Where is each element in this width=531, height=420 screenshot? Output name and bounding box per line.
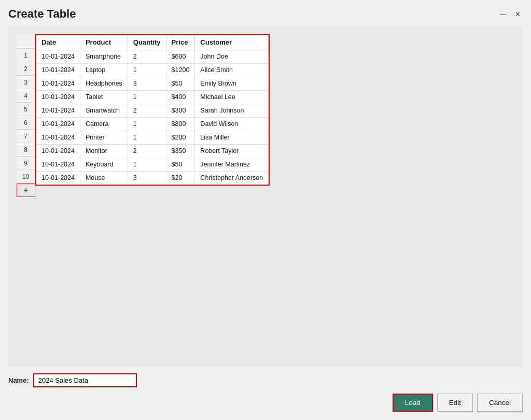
row-number-8: 8 (17, 143, 35, 157)
cell-row9-col2: Keyboard (80, 158, 128, 171)
cell-row3-col2: Headphones (80, 77, 128, 90)
table-body: 10-01-2024Smartphone2$600John Doe10-01-2… (36, 50, 269, 185)
cell-row4-col5: Michael Lee (195, 90, 269, 104)
data-table: DateProductQuantityPriceCustomer 10-01-2… (36, 35, 269, 185)
cell-row9-col3: 1 (128, 158, 166, 171)
cancel-button[interactable]: Cancel (477, 394, 523, 412)
edit-button[interactable]: Edit (437, 394, 473, 412)
load-button[interactable]: Load (393, 394, 433, 412)
table-row: 10-01-2024Monitor2$350Robert Taylor (36, 144, 269, 158)
cell-row2-col5: Alice Smith (195, 63, 269, 77)
cell-row4-col4: $400 (166, 90, 195, 104)
cell-row6-col2: Camera (80, 117, 128, 131)
create-table-dialog: Create Table — ✕ 12345678910 + DateProdu… (0, 0, 531, 420)
table-row: 10-01-2024Camera1$800David Wilson (36, 117, 269, 131)
cell-row5-col4: $300 (166, 104, 195, 117)
cell-row6-col5: David Wilson (195, 117, 269, 131)
cell-row5-col5: Sarah Johnson (195, 104, 269, 117)
cell-row9-col1: 10-01-2024 (36, 158, 80, 171)
cell-row7-col2: Printer (80, 131, 128, 144)
column-header-customer: Customer (195, 35, 269, 50)
column-header-date: Date (36, 35, 80, 50)
cell-row4-col2: Tablet (80, 90, 128, 104)
cell-row1-col2: Smartphone (80, 50, 128, 63)
window-controls: — ✕ (498, 9, 523, 19)
cell-row5-col1: 10-01-2024 (36, 104, 80, 117)
data-table-container: DateProductQuantityPriceCustomer 10-01-2… (35, 34, 270, 186)
cell-row2-col1: 10-01-2024 (36, 63, 80, 77)
column-header-price: Price (166, 35, 195, 50)
cell-row6-col3: 1 (128, 117, 166, 131)
table-wrapper: 12345678910 + DateProductQuantityPriceCu… (17, 34, 514, 197)
close-button[interactable]: ✕ (512, 9, 523, 19)
cell-row1-col3: 2 (128, 50, 166, 63)
name-row: Name: (8, 373, 523, 387)
row-number-6: 6 (17, 116, 35, 130)
table-row: 10-01-2024Smartwatch2$300Sarah Johnson (36, 104, 269, 117)
cell-row3-col4: $50 (166, 77, 195, 90)
cell-row7-col5: Lisa Miller (195, 131, 269, 144)
row-number-4: 4 (17, 89, 35, 103)
extra-col-area (270, 34, 301, 197)
cell-row10-col5: Christopher Anderson (195, 171, 269, 185)
table-row: 10-01-2024Printer1$200Lisa Miller (36, 131, 269, 144)
cell-row2-col2: Laptop (80, 63, 128, 77)
cell-row4-col1: 10-01-2024 (36, 90, 80, 104)
cell-row9-col5: Jennifer Martinez (195, 158, 269, 171)
table-header-row: DateProductQuantityPriceCustomer (36, 35, 269, 50)
name-label: Name: (8, 376, 29, 384)
row-number-10: 10 (17, 170, 35, 184)
table-row: 10-01-2024Laptop1$1200Alice Smith (36, 63, 269, 77)
cell-row7-col4: $200 (166, 131, 195, 144)
dialog-title: Create Table (8, 7, 76, 21)
table-row: 10-01-2024Keyboard1$50Jennifer Martinez (36, 158, 269, 171)
cell-row10-col4: $20 (166, 171, 195, 185)
cell-row1-col5: John Doe (195, 50, 269, 63)
cell-row10-col2: Mouse (80, 171, 128, 185)
cell-row1-col4: $600 (166, 50, 195, 63)
table-row: 10-01-2024Tablet1$400Michael Lee (36, 90, 269, 104)
cell-row2-col4: $1200 (166, 63, 195, 77)
cell-row5-col3: 2 (128, 104, 166, 117)
row-number-2: 2 (17, 62, 35, 76)
add-row-button[interactable]: + (17, 184, 35, 197)
content-area: 12345678910 + DateProductQuantityPriceCu… (8, 26, 523, 367)
cell-row8-col1: 10-01-2024 (36, 144, 80, 158)
table-row: 10-01-2024Mouse3$20Christopher Anderson (36, 171, 269, 185)
cell-row3-col5: Emily Brown (195, 77, 269, 90)
cell-row6-col1: 10-01-2024 (36, 117, 80, 131)
cell-row3-col1: 10-01-2024 (36, 77, 80, 90)
cell-row7-col1: 10-01-2024 (36, 131, 80, 144)
row-number-7: 7 (17, 130, 35, 143)
column-header-quantity: Quantity (128, 35, 166, 50)
row-number-5: 5 (17, 103, 35, 116)
cell-row10-col1: 10-01-2024 (36, 171, 80, 185)
row-number-3: 3 (17, 76, 35, 89)
cell-row8-col3: 2 (128, 144, 166, 158)
cell-row4-col3: 1 (128, 90, 166, 104)
cell-row8-col2: Monitor (80, 144, 128, 158)
cell-row7-col3: 1 (128, 131, 166, 144)
data-table-wrapper: DateProductQuantityPriceCustomer 10-01-2… (35, 34, 270, 197)
cell-row8-col5: Robert Taylor (195, 144, 269, 158)
cell-row10-col3: 3 (128, 171, 166, 185)
row-numbers: 12345678910 (17, 49, 35, 184)
table-row: 10-01-2024Smartphone2$600John Doe (36, 50, 269, 63)
cell-row5-col2: Smartwatch (80, 104, 128, 117)
button-row: Load Edit Cancel (8, 394, 523, 412)
table-row: 10-01-2024Headphones3$50Emily Brown (36, 77, 269, 90)
minimize-button[interactable]: — (498, 9, 508, 19)
cell-row2-col3: 1 (128, 63, 166, 77)
cell-row1-col1: 10-01-2024 (36, 50, 80, 63)
column-header-product: Product (80, 35, 128, 50)
cell-row9-col4: $50 (166, 158, 195, 171)
title-bar: Create Table — ✕ (0, 0, 531, 26)
cell-row6-col4: $800 (166, 117, 195, 131)
row-number-1: 1 (17, 49, 35, 62)
bottom-area: Name: Load Edit Cancel (0, 367, 531, 420)
table-name-input[interactable] (33, 373, 137, 387)
cell-row3-col3: 3 (128, 77, 166, 90)
row-number-9: 9 (17, 157, 35, 170)
row-numbers-column: 12345678910 + (17, 34, 35, 197)
cell-row8-col4: $350 (166, 144, 195, 158)
